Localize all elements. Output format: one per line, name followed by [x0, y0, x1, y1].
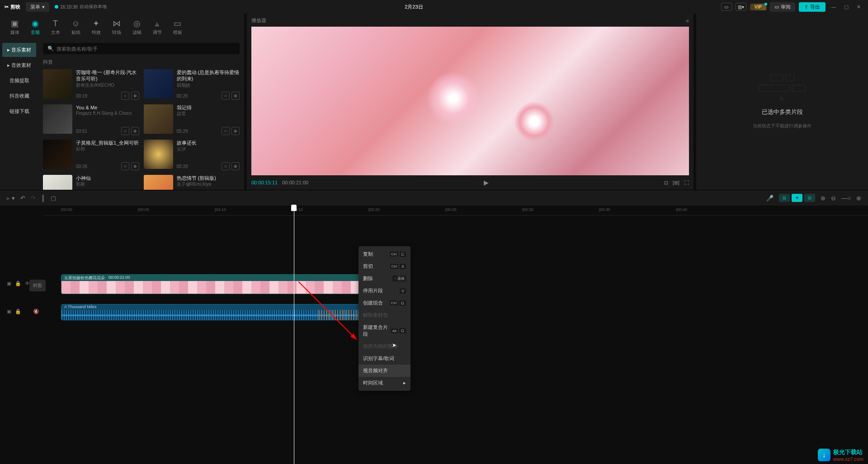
- menu-item-识别字幕/歌词[interactable]: 识别字幕/歌词: [359, 352, 410, 365]
- music-cover[interactable]: [43, 69, 72, 98]
- mute-icon[interactable]: 🔇: [33, 309, 39, 314]
- menu-label: 保存为我的预设: [363, 343, 398, 350]
- autosave-status: 16:10:38 自动保存本地: [55, 4, 107, 10]
- menu-button[interactable]: 菜单 ▾: [26, 2, 49, 12]
- group-icon[interactable]: ▣: [7, 309, 11, 314]
- favorite-button[interactable]: ☆: [121, 92, 129, 100]
- ruler-mark: |00:00: [61, 207, 72, 212]
- maximize-button[interactable]: ▢: [842, 2, 851, 11]
- playhead[interactable]: [294, 206, 294, 464]
- music-cover[interactable]: [43, 104, 72, 134]
- favorite-button[interactable]: ☆: [222, 127, 230, 135]
- music-item[interactable]: 子莫格尼_剪辑版1_全网可听 杉和 00:26 ☆ ⊕: [43, 140, 139, 170]
- tab-文本[interactable]: T文本: [45, 16, 66, 38]
- tab-调节[interactable]: ⟁调节: [147, 16, 167, 38]
- vip-badge[interactable]: VIP: [750, 4, 766, 10]
- select-tool[interactable]: ▹ ▾: [7, 195, 15, 202]
- music-item[interactable]: 苦咖啡·唯一 (那奇片段-汽水音乐可听) 那奇沃夫/KKECHO 00:19 ☆…: [43, 69, 139, 100]
- split-button[interactable]: ║: [41, 195, 45, 202]
- ratio-icon[interactable]: [⊞]: [673, 180, 679, 186]
- redo-button[interactable]: ↷: [31, 195, 36, 202]
- tab-模板[interactable]: ▭模板: [167, 16, 188, 38]
- menu-item-停用片段[interactable]: 停用片段V: [359, 285, 410, 297]
- download-button[interactable]: ⊕: [231, 92, 240, 100]
- sidebar-item-3[interactable]: 抖音收藏: [2, 89, 36, 103]
- timeline-ruler[interactable]: |00:00|00:05|00:10|00:15|00:20|00:25|00:…: [43, 206, 868, 216]
- play-button[interactable]: ▶: [484, 179, 489, 186]
- zoom-mode-3[interactable]: ⊟: [804, 194, 815, 202]
- music-cover[interactable]: [144, 69, 173, 98]
- tab-转场[interactable]: ⋈转场: [106, 16, 127, 38]
- music-item[interactable]: You & Me Fingazz ft.H-Slang & Choco 03:5…: [43, 104, 139, 135]
- favorite-button[interactable]: ☆: [222, 162, 230, 170]
- player-menu-icon[interactable]: ≡: [686, 18, 689, 23]
- zoom-in-icon[interactable]: ⊕: [856, 195, 861, 202]
- music-item[interactable]: 故事还长 云汐 00:28 ☆ ⊕: [144, 140, 240, 170]
- minimize-button[interactable]: —: [829, 2, 838, 11]
- cover-label[interactable]: 封面: [29, 280, 46, 291]
- tab-滤镜[interactable]: ◎滤镜: [127, 16, 147, 38]
- favorite-button[interactable]: ☆: [222, 92, 230, 100]
- timeline[interactable]: |00:00|00:05|00:10|00:15|00:20|00:25|00:…: [0, 206, 868, 464]
- zoom-slider[interactable]: —○: [841, 195, 851, 202]
- zoom-out-icon[interactable]: ⊖: [831, 195, 836, 202]
- sidebar-item-4[interactable]: 链接下载: [2, 104, 36, 118]
- menu-item-保存为我的预设: 保存为我的预设: [359, 340, 410, 352]
- close-button[interactable]: ✕: [854, 2, 863, 11]
- music-cover[interactable]: [43, 175, 72, 190]
- menu-item-时间区域[interactable]: 时间区域▸: [359, 377, 410, 389]
- audio-clip[interactable]: A Thousand Miles: [61, 304, 400, 320]
- download-button[interactable]: ⊕: [131, 92, 139, 100]
- export-button[interactable]: ⇧ 导出: [799, 2, 826, 12]
- zoom-mode-2[interactable]: ☀: [792, 194, 802, 202]
- group-icon[interactable]: ▣: [7, 281, 11, 286]
- lock-icon[interactable]: 🔒: [15, 309, 21, 314]
- music-cover[interactable]: [144, 175, 173, 190]
- sidebar-item-0[interactable]: ▸ 音乐素材: [2, 43, 36, 57]
- menu-item-创建组合[interactable]: 创建组合CtrlG: [359, 297, 410, 309]
- mic-icon[interactable]: 🎤: [766, 195, 774, 202]
- snap-icon[interactable]: ⊕: [821, 195, 826, 202]
- favorite-button[interactable]: ☆: [121, 127, 129, 135]
- menu-item-剪切[interactable]: 剪切CtrlX: [359, 260, 410, 272]
- download-button[interactable]: ⊕: [231, 162, 240, 170]
- menu-item-删除[interactable]: 删除←退格: [359, 272, 410, 285]
- tab-贴纸[interactable]: ☺贴纸: [66, 16, 86, 38]
- player-controls: 00:00:15:11 00:00:21:00 ▶ ⊡ [⊞] ⛶: [251, 175, 689, 186]
- zoom-mode-1[interactable]: ⊟: [779, 194, 790, 202]
- menu-item-新建复合片段[interactable]: 新建复合片段AltG: [359, 321, 410, 340]
- music-item[interactable]: 我记得 赵雷 05:29 ☆ ⊕: [144, 104, 240, 135]
- layout-button-2[interactable]: ▥▾: [736, 3, 746, 11]
- lock-icon[interactable]: 🔒: [15, 281, 21, 286]
- music-item[interactable]: 热恋情节 (剪辑版) 吴子健REmi,Kiya ☆ ⊕: [144, 175, 240, 190]
- tab-音频[interactable]: ◉音频: [25, 16, 45, 38]
- download-button[interactable]: ⊕: [131, 127, 139, 135]
- favorite-button[interactable]: ☆: [121, 162, 129, 170]
- sidebar-item-2[interactable]: 音频提取: [2, 74, 36, 88]
- delete-button[interactable]: ▢: [51, 195, 56, 202]
- layout-button-1[interactable]: ▭: [721, 3, 732, 11]
- tab-媒体[interactable]: ▣媒体: [5, 16, 25, 38]
- video-clip[interactable]: 实景拍摄粉色樱花花朵 00:00:21:00: [61, 274, 400, 294]
- search-input[interactable]: [57, 46, 235, 52]
- video-preview[interactable]: [251, 27, 689, 175]
- music-cover[interactable]: [43, 140, 72, 169]
- sidebar-item-1[interactable]: ▸ 音效素材: [2, 58, 36, 72]
- review-button[interactable]: ▭ 审阅: [770, 2, 795, 12]
- undo-button[interactable]: ↶: [20, 195, 25, 202]
- search-box[interactable]: 🔍: [43, 43, 240, 54]
- music-cover[interactable]: [144, 104, 173, 134]
- download-button[interactable]: ⊕: [231, 127, 240, 135]
- menu-item-视音频对齐[interactable]: 视音频对齐: [359, 365, 410, 377]
- watermark-text: 极光下载站: [833, 448, 863, 456]
- music-item[interactable]: 小神仙 郭斯 ☆ ⊕: [43, 175, 139, 190]
- music-cover[interactable]: [144, 140, 173, 169]
- zoom-icon[interactable]: ⊡: [664, 180, 668, 186]
- menu-item-复制[interactable]: 复制CtrlC: [359, 248, 410, 260]
- fullscreen-icon[interactable]: ⛶: [684, 180, 689, 186]
- menu-label: 解除素材包: [363, 312, 388, 319]
- download-button[interactable]: ⊕: [131, 162, 139, 170]
- tab-特效[interactable]: ✦特效: [86, 16, 106, 38]
- app-name: 剪映: [10, 4, 20, 10]
- music-item[interactable]: 爱的蠢动 (总是执着等待爱情的到来) 胡期皓 00:26 ☆ ⊕: [144, 69, 240, 100]
